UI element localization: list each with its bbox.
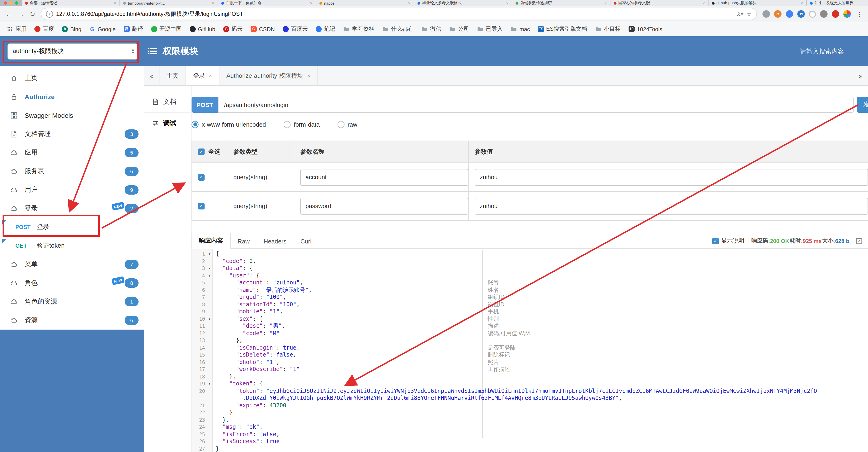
fold-icon[interactable]: ▾ [207, 380, 213, 388]
sidebar-item[interactable]: Authorize [0, 87, 144, 106]
select-all-checkbox[interactable] [198, 148, 205, 155]
sidebar-item[interactable]: 主页 [0, 69, 144, 87]
radio-button[interactable] [191, 121, 198, 128]
bookmark-item[interactable]: 微信 [421, 25, 441, 33]
browser-tab[interactable]: 国家标准参考文献× [611, 0, 709, 6]
bookmark-item[interactable]: bBing [62, 26, 81, 32]
bookmark-item[interactable]: mac [510, 26, 530, 32]
extension-icon[interactable] [832, 10, 839, 18]
tab-close-icon[interactable]: × [408, 1, 410, 5]
radio-button[interactable] [337, 121, 344, 128]
window-controls[interactable] [1, 0, 22, 6]
bookmark-item[interactable]: 学习资料 [343, 25, 374, 33]
document-tab[interactable]: 登录× [186, 66, 219, 85]
browser-tab[interactable]: github push失败的解决× [709, 0, 807, 6]
rail-item-debug[interactable]: 调试 [144, 113, 191, 134]
browser-menu-icon[interactable]: ⋮ [857, 10, 862, 18]
bookmark-item[interactable]: ESES搜索引擎文档 [538, 25, 587, 33]
browser-tab[interactable]: 全部 - 运维笔记× [22, 0, 120, 6]
sidebar-item[interactable]: 菜单7 [0, 255, 144, 274]
tab-close-icon[interactable]: × [114, 1, 116, 5]
tab-close-icon[interactable]: × [702, 1, 705, 5]
sidebar-item[interactable]: 用户9 [0, 180, 144, 199]
bookmark-item[interactable]: 已导入 [477, 25, 503, 33]
bookmark-item[interactable]: 译翻译 [123, 25, 143, 33]
expand-icon[interactable] [856, 238, 862, 244]
request-path-input[interactable]: /api/authority/anno/login [218, 97, 854, 113]
send-button[interactable]: 发送 [857, 97, 868, 113]
sidebar-api-get[interactable]: GET验证token [0, 236, 144, 255]
tab-scroll-right-icon[interactable]: » [853, 66, 868, 85]
browser-tab[interactable]: nacos× [316, 0, 414, 6]
editor-code[interactable]: { "code": 0, "data": { "user": { "accoun… [213, 249, 868, 452]
maximize-window-icon[interactable] [15, 1, 18, 5]
bookmark-item[interactable]: 开源中国 [151, 25, 182, 33]
sidebar-item[interactable]: 资源6 [0, 311, 144, 330]
extension-icon[interactable] [820, 10, 828, 18]
document-tab[interactable]: Authorize-authority-权限模块× [219, 66, 318, 85]
sidebar-item[interactable]: 登录NEW2 [0, 199, 144, 218]
radio-button[interactable] [284, 121, 290, 128]
extension-icon[interactable]: JS [797, 10, 805, 18]
close-window-icon[interactable] [4, 1, 7, 5]
content-type-option[interactable]: form-data [284, 121, 320, 128]
extension-icon[interactable] [786, 10, 793, 18]
bookmark-item[interactable]: CCSDN [251, 26, 275, 32]
fold-icon[interactable]: ▾ [207, 315, 213, 322]
param-value-input[interactable] [475, 169, 868, 186]
response-tab[interactable]: Headers [257, 235, 293, 248]
sidebar-item[interactable]: 服务表6 [0, 162, 144, 180]
fold-icon[interactable]: ▾ [207, 265, 213, 272]
param-checkbox[interactable] [198, 174, 205, 180]
param-checkbox[interactable] [198, 203, 205, 209]
reload-icon[interactable]: ↻ [30, 10, 35, 18]
translate-icon[interactable]: 文A [737, 11, 743, 17]
menu-icon[interactable] [148, 48, 157, 55]
bookmark-item[interactable]: 101024Tools [628, 26, 662, 32]
param-value-input[interactable] [475, 198, 868, 214]
browser-tab[interactable]: 百度一下，你就知道× [218, 0, 316, 6]
param-name-input[interactable] [300, 198, 468, 214]
response-tab[interactable]: 响应内容 [191, 233, 230, 249]
extension-icon[interactable]: G [774, 10, 781, 18]
extension-icon[interactable] [809, 10, 816, 18]
bookmark-item[interactable]: 百度 [34, 25, 54, 33]
bookmark-star-icon[interactable]: ☆ [746, 10, 752, 18]
bookmark-item[interactable]: 公司 [449, 25, 469, 33]
sidebar-item[interactable]: 角色NEW8 [0, 274, 144, 292]
browser-tab[interactable]: 知乎 - 发现更大的世界× [807, 0, 868, 6]
tab-close-icon[interactable]: × [604, 1, 607, 5]
tab-close-icon[interactable]: × [212, 1, 214, 5]
bookmark-item[interactable]: GGoogle [89, 26, 116, 32]
bookmark-item[interactable]: G码云 [223, 25, 243, 33]
bookmark-item[interactable]: 百度云 [283, 25, 308, 33]
tab-close-icon[interactable]: × [209, 73, 212, 79]
bookmark-item[interactable]: GitHub [189, 26, 215, 32]
document-tab[interactable]: 主页 [159, 66, 186, 85]
tab-close-icon[interactable]: × [800, 1, 803, 5]
content-type-option[interactable]: raw [337, 121, 357, 128]
browser-tab[interactable]: 前端参数传递加密× [512, 0, 611, 6]
tab-scroll-left-icon[interactable]: « [144, 66, 159, 85]
sidebar-item[interactable]: 文档管理3 [0, 125, 144, 143]
browser-tab[interactable]: temporary-interior-t…× [120, 0, 218, 6]
header-search-input[interactable] [799, 47, 861, 55]
url-text[interactable]: 127.0.0.1:8760/api/gate/doc.html#/author… [56, 10, 733, 18]
bookmark-item[interactable]: 什么都有 [382, 25, 413, 33]
sidebar-item[interactable]: 角色的资源1 [0, 292, 144, 311]
tab-close-icon[interactable]: × [506, 1, 508, 5]
tab-close-icon[interactable]: × [310, 1, 312, 5]
fold-icon[interactable]: ▾ [207, 250, 213, 258]
sidebar-api-post[interactable]: POST登录 [0, 218, 144, 236]
content-type-option[interactable]: x-www-form-urlencoded [191, 121, 266, 128]
bookmark-item[interactable]: 应用 [6, 25, 27, 33]
rail-item-doc[interactable]: 文档 [144, 91, 191, 113]
param-name-input[interactable] [300, 169, 468, 186]
bookmark-item[interactable]: 小目标 [595, 25, 621, 33]
tab-close-icon[interactable]: × [307, 73, 310, 79]
response-tab[interactable]: Curl [293, 235, 318, 248]
sidebar-item[interactable]: 应用5 [0, 143, 144, 162]
back-icon[interactable]: ← [6, 10, 12, 18]
forward-icon[interactable]: → [18, 10, 24, 18]
address-bar[interactable]: 127.0.0.1:8760/api/gate/doc.html#/author… [41, 8, 757, 20]
